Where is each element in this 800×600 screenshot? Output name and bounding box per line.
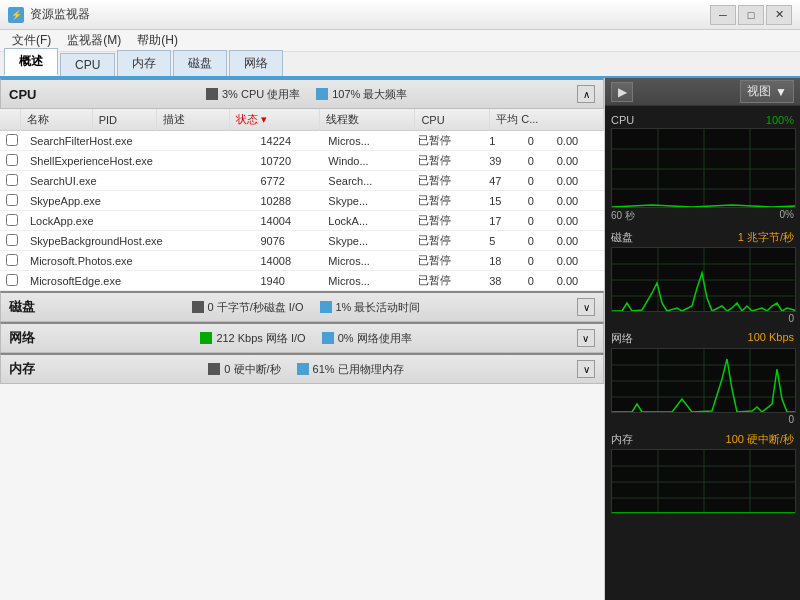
row-avg: 0.00 bbox=[551, 171, 604, 191]
network-section-header[interactable]: 网络 212 Kbps 网络 I/O 0% 网络使用率 ∨ bbox=[0, 322, 604, 353]
network-stat1-icon bbox=[200, 332, 212, 344]
cpu-chart-container: CPU 100% bbox=[607, 110, 798, 226]
close-button[interactable]: ✕ bbox=[766, 5, 792, 25]
row-cpu: 0 bbox=[522, 271, 551, 291]
row-desc: Micros... bbox=[322, 271, 411, 291]
cpu-chart bbox=[611, 128, 796, 208]
cpu-process-section: 名称 PID 描述 状态 ▾ 线程数 CPU 平均 C... SearchFil… bbox=[0, 109, 604, 291]
col-pid[interactable]: PID bbox=[92, 109, 157, 131]
table-row[interactable]: SkypeApp.exe 10288 Skype... 已暂停 15 0 0.0… bbox=[0, 191, 604, 211]
table-row[interactable]: SearchUI.exe 6772 Search... 已暂停 47 0 0.0… bbox=[0, 171, 604, 191]
row-checkbox[interactable] bbox=[0, 271, 24, 291]
row-pid: 14008 bbox=[254, 251, 322, 271]
row-name: SearchUI.exe bbox=[24, 171, 254, 191]
disk-title: 磁盘 bbox=[9, 298, 35, 316]
memory-collapse-button[interactable]: ∨ bbox=[577, 360, 595, 378]
row-checkbox[interactable] bbox=[0, 211, 24, 231]
row-pid: 1940 bbox=[254, 271, 322, 291]
cpu-stat2-label: 107% 最大频率 bbox=[332, 87, 407, 102]
row-status: 已暂停 bbox=[412, 211, 484, 231]
row-status: 已暂停 bbox=[412, 271, 484, 291]
col-status[interactable]: 状态 ▾ bbox=[229, 109, 320, 131]
process-table-header: 名称 PID 描述 状态 ▾ 线程数 CPU 平均 C... bbox=[0, 109, 604, 131]
row-checkbox[interactable] bbox=[0, 151, 24, 171]
row-status: 已暂停 bbox=[412, 231, 484, 251]
tab-disk[interactable]: 磁盘 bbox=[173, 50, 227, 76]
row-checkbox[interactable] bbox=[0, 191, 24, 211]
col-avg[interactable]: 平均 C... bbox=[490, 109, 604, 131]
right-panel: ▶ 视图 ▼ CPU 100% bbox=[605, 78, 800, 600]
disk-section-header[interactable]: 磁盘 0 千字节/秒磁盘 I/O 1% 最长活动时间 ∨ bbox=[0, 291, 604, 322]
row-threads: 17 bbox=[483, 211, 522, 231]
col-checkbox[interactable] bbox=[0, 109, 20, 131]
row-cpu: 0 bbox=[522, 231, 551, 251]
row-checkbox[interactable] bbox=[0, 171, 24, 191]
row-avg: 0.00 bbox=[551, 151, 604, 171]
table-row[interactable]: Microsoft.Photos.exe 14008 Micros... 已暂停… bbox=[0, 251, 604, 271]
row-avg: 0.00 bbox=[551, 191, 604, 211]
table-row[interactable]: SearchFilterHost.exe 14224 Micros... 已暂停… bbox=[0, 131, 604, 151]
row-desc: LockA... bbox=[322, 211, 411, 231]
cpu-collapse-button[interactable]: ∧ bbox=[577, 85, 595, 103]
memory-chart-label: 内存 100 硬中断/秒 bbox=[611, 430, 794, 449]
col-name[interactable]: 名称 bbox=[20, 109, 92, 131]
network-stat2: 0% 网络使用率 bbox=[322, 331, 412, 346]
process-scroll-area[interactable]: SearchFilterHost.exe 14224 Micros... 已暂停… bbox=[0, 131, 604, 291]
memory-chart-name: 内存 bbox=[611, 432, 633, 447]
memory-chart bbox=[611, 449, 796, 514]
network-chart-container: 网络 100 Kbps bbox=[607, 327, 798, 428]
row-threads: 39 bbox=[483, 151, 522, 171]
cpu-chart-value: 100% bbox=[766, 114, 794, 126]
right-nav-forward[interactable]: ▶ bbox=[611, 82, 633, 102]
row-threads: 47 bbox=[483, 171, 522, 191]
row-pid: 10720 bbox=[254, 151, 322, 171]
row-name: MicrosoftEdge.exe bbox=[24, 271, 254, 291]
row-threads: 1 bbox=[483, 131, 522, 151]
table-row[interactable]: MicrosoftEdge.exe 1940 Micros... 已暂停 38 … bbox=[0, 271, 604, 291]
disk-stat1-icon bbox=[192, 301, 204, 313]
col-threads[interactable]: 线程数 bbox=[320, 109, 415, 131]
row-name: LockApp.exe bbox=[24, 211, 254, 231]
table-row[interactable]: LockApp.exe 14004 LockA... 已暂停 17 0 0.00 bbox=[0, 211, 604, 231]
menu-monitor[interactable]: 监视器(M) bbox=[59, 30, 129, 51]
row-status: 已暂停 bbox=[412, 251, 484, 271]
network-chart-svg bbox=[612, 349, 796, 413]
main-area: CPU 3% CPU 使用率 107% 最大频率 ∧ 名称 bbox=[0, 78, 800, 600]
row-checkbox[interactable] bbox=[0, 131, 24, 151]
cpu-stats: 3% CPU 使用率 107% 最大频率 bbox=[206, 87, 407, 102]
row-desc: Skype... bbox=[322, 231, 411, 251]
col-desc[interactable]: 描述 bbox=[157, 109, 229, 131]
memory-chart-value: 100 硬中断/秒 bbox=[726, 432, 794, 447]
row-name: Microsoft.Photos.exe bbox=[24, 251, 254, 271]
row-cpu: 0 bbox=[522, 131, 551, 151]
table-row[interactable]: ShellExperienceHost.exe 10720 Windo... 已… bbox=[0, 151, 604, 171]
disk-stat1: 0 千字节/秒磁盘 I/O bbox=[192, 300, 304, 315]
row-desc: Skype... bbox=[322, 191, 411, 211]
row-desc: Micros... bbox=[322, 131, 411, 151]
view-dropdown[interactable]: 视图 ▼ bbox=[740, 80, 794, 103]
charts-container: CPU 100% bbox=[605, 106, 800, 600]
disk-stats: 0 千字节/秒磁盘 I/O 1% 最长活动时间 bbox=[192, 300, 421, 315]
memory-stat2: 61% 已用物理内存 bbox=[297, 362, 404, 377]
disk-chart-container: 磁盘 1 兆字节/秒 bbox=[607, 226, 798, 327]
network-stat2-label: 0% 网络使用率 bbox=[338, 331, 412, 346]
minimize-button[interactable]: ─ bbox=[710, 5, 736, 25]
tab-cpu[interactable]: CPU bbox=[60, 53, 115, 76]
tab-overview[interactable]: 概述 bbox=[4, 48, 58, 76]
disk-chart-label: 磁盘 1 兆字节/秒 bbox=[611, 228, 794, 247]
table-row[interactable]: SkypeBackgroundHost.exe 9076 Skype... 已暂… bbox=[0, 231, 604, 251]
maximize-button[interactable]: □ bbox=[738, 5, 764, 25]
col-cpu[interactable]: CPU bbox=[415, 109, 490, 131]
menu-help[interactable]: 帮助(H) bbox=[129, 30, 186, 51]
row-checkbox[interactable] bbox=[0, 251, 24, 271]
row-status: 已暂停 bbox=[412, 191, 484, 211]
network-collapse-button[interactable]: ∨ bbox=[577, 329, 595, 347]
cpu-section-header[interactable]: CPU 3% CPU 使用率 107% 最大频率 ∧ bbox=[0, 78, 604, 109]
app-icon: ⚡ bbox=[8, 7, 24, 23]
memory-section-header[interactable]: 内存 0 硬中断/秒 61% 已用物理内存 ∨ bbox=[0, 353, 604, 384]
row-checkbox[interactable] bbox=[0, 231, 24, 251]
tab-network[interactable]: 网络 bbox=[229, 50, 283, 76]
row-avg: 0.00 bbox=[551, 131, 604, 151]
disk-collapse-button[interactable]: ∨ bbox=[577, 298, 595, 316]
tab-memory[interactable]: 内存 bbox=[117, 50, 171, 76]
